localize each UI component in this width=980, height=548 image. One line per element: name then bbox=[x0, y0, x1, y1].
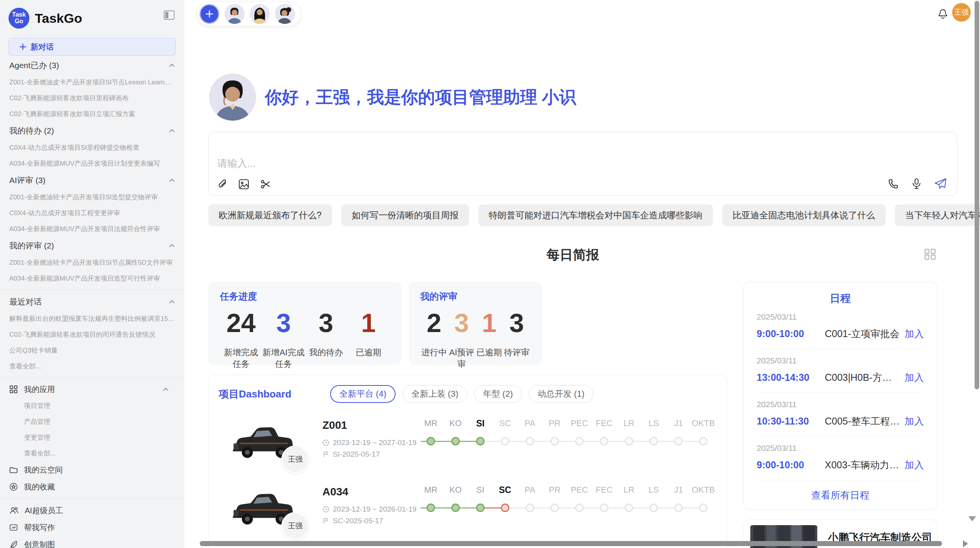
milestone[interactable]: KO bbox=[443, 485, 468, 548]
join-meeting-link[interactable]: 加入 bbox=[905, 415, 924, 428]
send-icon[interactable] bbox=[934, 178, 947, 190]
contact-avatar[interactable] bbox=[250, 4, 270, 24]
suggestion-chip[interactable]: 特朗普可能对进口汽车增税会对中国车企造成哪些影响 bbox=[478, 204, 713, 226]
join-meeting-link[interactable]: 加入 bbox=[905, 327, 924, 340]
milestone[interactable]: SI bbox=[468, 418, 493, 481]
milestone[interactable]: FEC bbox=[592, 418, 617, 481]
milestone[interactable]: PR bbox=[542, 485, 567, 548]
sidebar-section-title: 我的待办 (2) bbox=[9, 125, 54, 136]
sidebar-section-header[interactable]: 我的待办 (2) bbox=[0, 122, 184, 140]
join-meeting-link[interactable]: 加入 bbox=[905, 371, 924, 384]
add-conversation-button[interactable] bbox=[199, 4, 219, 24]
dashboard-tab[interactable]: 年型 (2) bbox=[474, 385, 522, 403]
stat-label: 已逾期 bbox=[347, 347, 390, 358]
notification-bell-icon[interactable] bbox=[937, 8, 948, 19]
milestone[interactable]: PR bbox=[542, 418, 567, 481]
suggestion-chip[interactable]: 比亚迪全固态电池计划具体说了什么 bbox=[722, 204, 886, 226]
dashboard-tab[interactable]: 动总开发 (1) bbox=[529, 385, 593, 403]
recent-conversation-item[interactable]: C02-飞腾新能源轻客改款项目的闭环通告反馈情况 bbox=[0, 327, 184, 342]
sidebar-item-help-me-write[interactable]: 帮我写作 bbox=[0, 519, 184, 536]
recent-conversation-item[interactable]: 公司Q3轻卡销量 bbox=[0, 342, 184, 358]
project-date-range: 2023-12-19 ~ 2026-01-19 bbox=[333, 503, 416, 515]
app-sub-item[interactable]: 产品管理 bbox=[0, 414, 184, 430]
sidebar-recent-header[interactable]: 最近对话 bbox=[0, 293, 184, 311]
horizontal-scrollbar[interactable] bbox=[200, 541, 942, 546]
layout-grid-icon[interactable] bbox=[923, 248, 937, 261]
user-avatar[interactable]: 王强 bbox=[952, 3, 971, 22]
sidebar-item-ai-super-staff[interactable]: AI超级员工 bbox=[0, 502, 184, 519]
suggestion-chip[interactable]: 当下年轻人对汽车外观有怎样的喜好趋势 bbox=[895, 204, 980, 226]
milestone[interactable]: J1 bbox=[666, 418, 691, 481]
sidebar-section-header[interactable]: Agent已办 (3) bbox=[0, 57, 184, 74]
image-icon[interactable] bbox=[238, 178, 250, 190]
favorites-label: 我的收藏 bbox=[24, 482, 55, 492]
scissors-icon[interactable] bbox=[260, 178, 271, 190]
sidebar-item-creative-drawing[interactable]: 创意制图 bbox=[0, 536, 184, 548]
scroll-down-arrow[interactable] bbox=[968, 516, 976, 521]
milestone[interactable]: PA bbox=[517, 418, 542, 481]
sidebar-item-favorites[interactable]: 我的收藏 bbox=[0, 478, 184, 495]
new-chat-button[interactable]: 新对话 bbox=[9, 38, 176, 56]
milestone[interactable]: J1 bbox=[666, 485, 691, 548]
project-row[interactable]: 王强 A034 2023-12-19 ~ 2026-01-19 bbox=[209, 481, 727, 548]
sidebar-item-cloud-space[interactable]: 我的云空间 bbox=[0, 461, 184, 478]
schedule-item-main: 9:00-10:00 X003-车辆动力学性能验... 加入 bbox=[757, 459, 924, 471]
milestone[interactable]: LR bbox=[617, 418, 641, 481]
contact-avatar[interactable] bbox=[275, 4, 295, 24]
milestone[interactable]: MR bbox=[418, 485, 443, 548]
milestone[interactable]: OKTB bbox=[691, 485, 716, 548]
milestone[interactable]: KO bbox=[443, 418, 468, 481]
scroll-right-arrow[interactable] bbox=[963, 540, 968, 547]
chat-input[interactable]: 请输入... bbox=[217, 157, 256, 170]
milestone[interactable]: LR bbox=[617, 485, 641, 548]
sidebar-task-item[interactable]: C0X4-动力总成开发项目SI里程碑提交物检查 bbox=[0, 140, 184, 156]
project-owner-badge: 王强 bbox=[281, 512, 309, 540]
milestone[interactable]: SC bbox=[493, 485, 517, 548]
join-meeting-link[interactable]: 加入 bbox=[905, 459, 924, 471]
view-all-schedules-link[interactable]: 查看所有日程 bbox=[757, 480, 924, 505]
paperclip-icon[interactable] bbox=[216, 178, 228, 190]
milestone[interactable]: SI bbox=[468, 485, 493, 548]
sidebar-item-my-apps[interactable]: 我的应用 bbox=[0, 381, 184, 398]
sidebar-task-item[interactable]: A034-全新新能源MUV产品开发项目计划变更表编写 bbox=[0, 156, 184, 171]
sidebar-task-item[interactable]: C02-飞腾新能源轻客改款项目立项汇报方案 bbox=[0, 106, 184, 122]
recent-conversation-item[interactable]: 解释最新出台的欧盟报废车法规再生塑料比例被调至15%要求 bbox=[0, 311, 184, 327]
sidebar-section: AI评审 (3) Z001-全新燃油轻卡产品开发项目SI造型提交物评审C0X4-… bbox=[0, 171, 184, 237]
phone-icon[interactable] bbox=[887, 178, 899, 190]
milestone[interactable]: PEC bbox=[567, 485, 592, 548]
sidebar-task-item[interactable]: A034-全新新能源MUV产品开发项目法规符合性评审 bbox=[0, 221, 184, 237]
milestone[interactable]: FEC bbox=[592, 485, 617, 548]
milestone[interactable]: LS bbox=[641, 418, 666, 481]
milestone[interactable]: LS bbox=[641, 485, 666, 548]
sidebar-task-item[interactable]: Z001-全新燃油皮卡产品开发项目SI节点Lesson Learn报告 bbox=[0, 74, 184, 90]
sidebar-task-item[interactable]: C02-飞腾新能源轻客改款项目里程碑画布 bbox=[0, 90, 184, 106]
schedule-item: 2025/03/11 13:00-14:30 C003|H0B-方案冻结评审 加… bbox=[757, 349, 924, 393]
vertical-scrollbar[interactable] bbox=[975, 1, 979, 389]
milestone[interactable]: PA bbox=[517, 485, 542, 548]
milestone[interactable]: OKTB bbox=[691, 418, 716, 481]
sidebar-task-item[interactable]: Z001-全新燃油轻卡产品开发项目SI节点属性5D文件评审 bbox=[0, 255, 184, 271]
project-owner-badge: 王强 bbox=[281, 445, 309, 473]
milestone[interactable]: MR bbox=[418, 418, 443, 481]
sidebar-section-header[interactable]: 我的评审 (2) bbox=[0, 237, 184, 255]
app-sub-item[interactable]: 变更管理 bbox=[0, 430, 184, 445]
dashboard-tab[interactable]: 全新平台 (4) bbox=[330, 385, 396, 403]
sidebar-collapse-icon[interactable] bbox=[163, 10, 175, 20]
suggestion-chip[interactable]: 欧洲新规最近颁布了什么? bbox=[208, 204, 332, 226]
sidebar-task-item[interactable]: A034-全新新能源MUV产品开发项目造型可行性评审 bbox=[0, 271, 184, 286]
contact-avatar[interactable] bbox=[224, 4, 245, 24]
recent-view-all[interactable]: 查看全部... bbox=[0, 358, 184, 374]
sidebar-task-item[interactable]: Z001-全新燃油轻卡产品开发项目SI造型提交物评审 bbox=[0, 189, 184, 205]
milestone[interactable]: PEC bbox=[567, 418, 592, 481]
project-vehicle-image: 王强 bbox=[229, 487, 298, 531]
milestone[interactable]: SC bbox=[493, 418, 517, 481]
app-sub-item[interactable]: 项目管理 bbox=[0, 398, 184, 414]
microphone-icon[interactable] bbox=[911, 178, 922, 190]
suggestion-chip[interactable]: 如何写一份清晰的项目周报 bbox=[341, 204, 469, 226]
dashboard-tab[interactable]: 全新上装 (3) bbox=[403, 385, 467, 403]
milestone-label: J1 bbox=[674, 485, 683, 495]
sidebar-section-header[interactable]: AI评审 (3) bbox=[0, 171, 184, 189]
sidebar-task-item[interactable]: C0X4-动力总成开发项目工程变更评审 bbox=[0, 205, 184, 221]
project-row[interactable]: 王强 Z001 2023-12-19 ~ 2027-01-19 bbox=[209, 414, 727, 481]
apps-view-all[interactable]: 查看全部... bbox=[0, 445, 184, 461]
